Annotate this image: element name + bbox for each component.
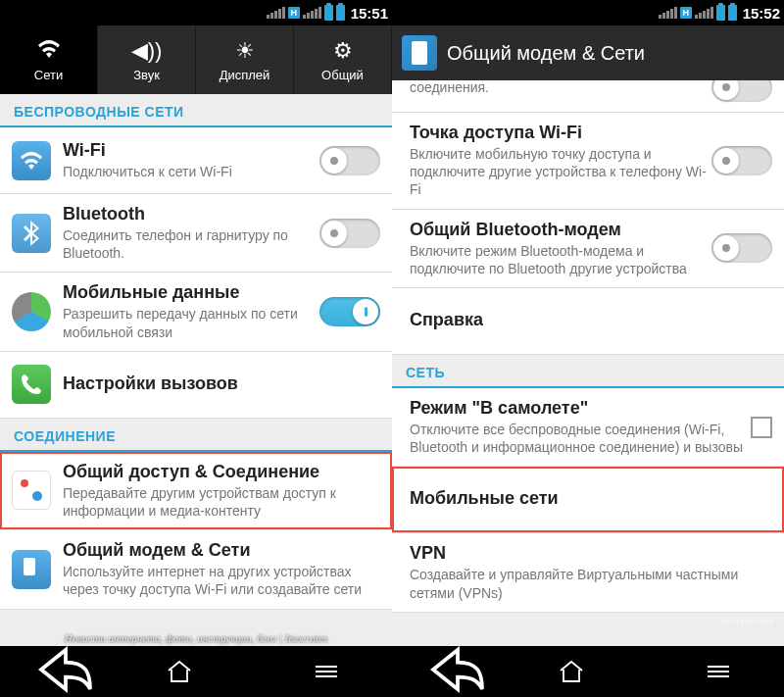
item-title: Bluetooth [63,204,319,224]
tab-general[interactable]: ⚙ Общий [294,25,392,94]
item-title: Общий Bluetooth-модем [410,220,711,240]
settings-tabs: Сети ◀)) Звук ☀ Дисплей ⚙ Общий [0,25,392,94]
item-title: Мобильные данные [63,282,319,303]
screenshot-right: H 15:52 Общий модем & Сети соединения. Т… [392,0,784,697]
item-share-connect[interactable]: Общий доступ & Соединение Передавайте др… [0,452,392,530]
tab-label: Сети [34,68,63,82]
watermark-copyright: © itsocrates.com [708,616,774,626]
phone-icon [12,365,51,404]
mobile-data-toggle[interactable] [319,297,380,326]
item-bt-modem[interactable]: Общий Bluetooth-модем Включите режим Blu… [392,210,784,288]
wifi-icon [37,38,61,64]
item-title: VPN [410,543,772,564]
home-button[interactable] [167,659,225,684]
network-h-icon: H [680,7,692,19]
sound-icon: ◀)) [131,38,163,64]
screen-header: Общий модем & Сети [392,25,784,80]
item-subtitle: соединения. [410,80,711,96]
watermark: Новости интернета, фото, инструкции, бло… [0,632,392,644]
signal-icon [267,8,285,19]
back-button[interactable] [36,640,95,698]
item-subtitle: Разрешить передачу данных по сети мобиль… [63,305,319,340]
tethering-icon [12,550,51,589]
header-title: Общий модем & Сети [447,42,645,65]
signal-icon-2 [695,8,713,19]
section-connection: СОЕДИНЕНИЕ [0,419,392,452]
item-title: Точка доступа Wi-Fi [410,123,711,143]
home-button[interactable] [559,659,617,684]
airplane-checkbox[interactable] [751,417,772,438]
item-subtitle: Создавайте и управляйте Виртуальными час… [410,566,772,601]
tab-label: Звук [133,68,160,82]
signal-icon-2 [303,8,321,19]
battery-icon [324,5,333,21]
item-wifi-hotspot[interactable]: Точка доступа Wi-Fi Включите мобильную т… [392,113,784,210]
item-title: Настройки вызовов [63,373,380,394]
battery-icon-2 [336,5,345,21]
item-subtitle: Передавайте другим устройствам доступ к … [63,484,380,520]
status-bar: H 15:52 [392,0,784,25]
screenshot-left: H 15:51 Сети ◀)) Звук ☀ Дисплей ⚙ Общий … [0,0,392,697]
bluetooth-icon [12,214,51,253]
usb-toggle[interactable] [711,80,772,102]
bt-modem-toggle[interactable] [711,233,772,263]
share-icon [12,471,51,510]
network-h-icon: H [288,7,300,19]
item-title: Справка [410,310,772,330]
item-subtitle: Используйте интернет на других устройств… [63,563,380,598]
tab-display[interactable]: ☀ Дисплей [196,25,294,94]
status-time: 15:51 [351,5,388,22]
menu-button[interactable] [297,666,356,677]
item-mobile-networks[interactable]: Мобильные сети [392,467,784,533]
item-wifi[interactable]: Wi-Fi Подключиться к сети Wi-Fi [0,127,392,194]
item-airplane-mode[interactable]: Режим "В самолете" Отключите все беспров… [392,388,784,467]
item-title: Общий доступ & Соединение [63,462,380,482]
menu-button[interactable] [689,666,748,677]
battery-icon [716,5,725,21]
navigation-bar [0,646,392,697]
data-usage-icon [12,292,51,331]
item-usb-tether-cut[interactable]: соединения. [392,80,784,113]
wifi-icon [12,141,51,180]
item-title: Общий модем & Сети [63,540,380,561]
gear-icon: ⚙ [333,38,353,64]
section-network: СЕТЬ [392,355,784,388]
item-subtitle: Отключите все беспроводные соединения (W… [410,421,751,456]
tab-label: Дисплей [220,68,270,82]
item-help[interactable]: Справка [392,288,784,355]
item-subtitle: Подключиться к сети Wi-Fi [63,163,319,180]
settings-list[interactable]: соединения. Точка доступа Wi-Fi Включите… [392,80,784,646]
hotspot-toggle[interactable] [711,146,772,175]
brightness-icon: ☀ [235,38,255,64]
item-bluetooth[interactable]: Bluetooth Соединить телефон и гарнитуру … [0,194,392,273]
navigation-bar [392,646,784,697]
item-title: Wi-Fi [63,140,319,161]
battery-icon-2 [728,5,737,21]
tab-networks[interactable]: Сети [0,25,98,94]
section-wireless: БЕСПРОВОДНЫЕ СЕТИ [0,94,392,127]
status-time: 15:52 [743,5,780,22]
status-bar: H 15:51 [0,0,392,25]
tethering-icon [402,35,437,71]
item-subtitle: Соединить телефон и гарнитуру по Bluetoo… [63,226,319,262]
tab-sound[interactable]: ◀)) Звук [98,25,196,94]
bluetooth-toggle[interactable] [319,219,380,248]
item-tethering[interactable]: Общий модем & Сети Используйте интернет … [0,530,392,609]
back-button[interactable] [428,640,487,698]
item-vpn[interactable]: VPN Создавайте и управляйте Виртуальными… [392,533,784,612]
item-title: Режим "В самолете" [410,398,751,419]
item-subtitle: Включите режим Bluetooth-модема и подклю… [410,242,711,277]
item-subtitle: Включите мобильную точку доступа и подкл… [410,145,711,199]
item-mobile-data[interactable]: Мобильные данные Разрешить передачу данн… [0,273,392,351]
wifi-toggle[interactable] [319,146,380,175]
tab-label: Общий [321,68,364,82]
item-call-settings[interactable]: Настройки вызовов [0,352,392,419]
item-title: Мобильные сети [410,488,772,509]
signal-icon [659,8,677,19]
settings-list[interactable]: БЕСПРОВОДНЫЕ СЕТИ Wi-Fi Подключиться к с… [0,94,392,646]
